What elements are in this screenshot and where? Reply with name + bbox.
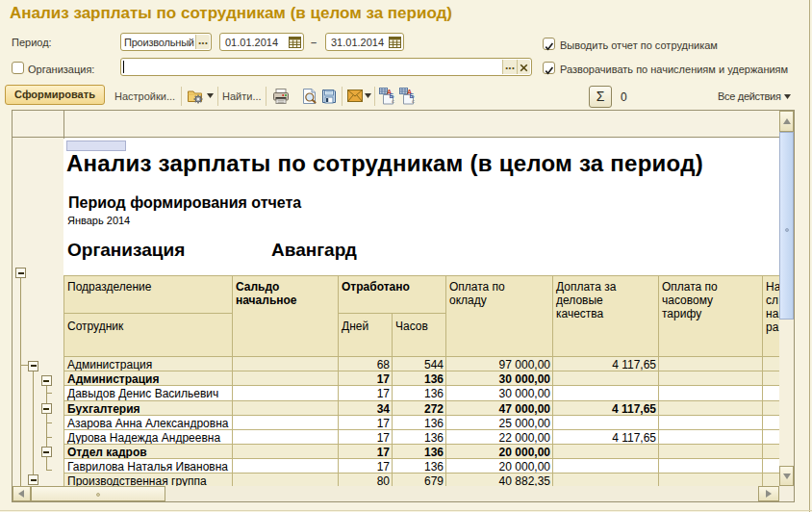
svg-text:с: с	[392, 98, 394, 104]
svg-text:с: с	[412, 98, 415, 104]
